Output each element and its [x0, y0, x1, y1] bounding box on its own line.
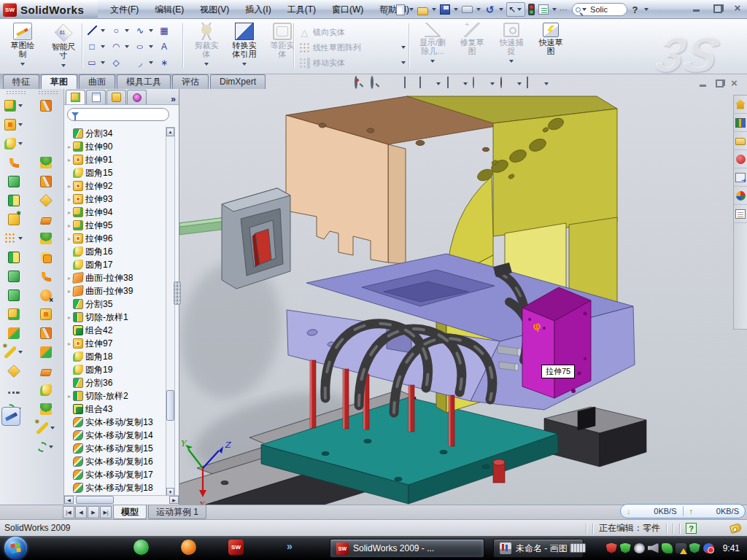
tab-sketch[interactable]: 草图: [41, 74, 77, 89]
doc-close-button[interactable]: ×: [731, 79, 740, 87]
help-dropdown-icon[interactable]: [644, 8, 649, 11]
feature-tool-cshape[interactable]: [34, 134, 58, 153]
sketch-fillet-dropdown-icon[interactable]: [149, 61, 153, 64]
arc-icon[interactable]: ◠: [109, 39, 123, 53]
feature-tool-dome[interactable]: [34, 229, 58, 248]
scrollbar-thumb[interactable]: [166, 390, 174, 421]
spline-icon[interactable]: ∿: [133, 23, 147, 37]
toolbar-overflow-icon[interactable]: ⋯: [560, 4, 568, 16]
tree-item[interactable]: ▸拉伸93: [66, 192, 165, 206]
expand-arrow-icon[interactable]: ▸: [66, 275, 73, 281]
slot-icon[interactable]: ▭: [85, 55, 99, 69]
new-dropdown-icon[interactable]: [409, 8, 414, 11]
model-tab-motion-study[interactable]: 运动算例 1: [148, 505, 206, 519]
feature-tool-wand[interactable]: [34, 419, 58, 438]
tree-item[interactable]: ▸切除-放样1: [66, 311, 165, 324]
tree-item[interactable]: 实体-移动/复制14: [66, 429, 165, 442]
display-style-dropdown-icon[interactable]: [463, 82, 468, 85]
expand-arrow-icon[interactable]: ▸: [66, 196, 73, 203]
tray-sync-phone-icon[interactable]: [662, 543, 673, 553]
display-delete-relations-dropdown-icon[interactable]: [430, 60, 435, 63]
tree-horizontal-scrollbar[interactable]: ◀ ▶: [64, 495, 179, 505]
search-dropdown-icon[interactable]: [582, 8, 587, 11]
rotate-view-button[interactable]: [387, 77, 399, 90]
ellipse-icon[interactable]: ○: [133, 39, 147, 53]
tree-item[interactable]: 圆角18: [66, 350, 165, 363]
trim-entities-dropdown-icon[interactable]: [204, 63, 209, 66]
scrollbar-thumb[interactable]: [76, 496, 114, 504]
options-icon[interactable]: [538, 4, 549, 15]
feature-tool-gold-orange[interactable]: [1, 115, 26, 134]
view-palette-button[interactable]: [734, 168, 747, 187]
first-tab-icon[interactable]: |◀: [63, 506, 74, 518]
scroll-left-icon[interactable]: ◀: [64, 496, 74, 504]
tray-security-red-shield-icon[interactable]: [606, 543, 617, 553]
tree-item[interactable]: ▸拉伸96: [66, 232, 165, 245]
toolbar-grip[interactable]: [6, 90, 26, 95]
next-tab-icon[interactable]: ▶: [88, 506, 99, 518]
model-tab-model[interactable]: 模型: [113, 505, 147, 519]
tree-item[interactable]: ▸拉伸97: [66, 337, 165, 350]
feature-tool-gold-green[interactable]: [1, 305, 26, 324]
point-icon[interactable]: ∗: [157, 55, 171, 69]
feature-tool-dome[interactable]: [34, 400, 58, 419]
custom-properties-button[interactable]: [734, 205, 747, 223]
zoom-fit-button[interactable]: [355, 77, 367, 90]
feature-tool-stack[interactable]: [34, 248, 58, 267]
menu-edit[interactable]: 编辑(E): [147, 1, 192, 18]
tree-item[interactable]: 圆角17: [66, 258, 165, 271]
hide-show-items-dropdown-icon[interactable]: [490, 82, 495, 85]
feature-tool-swap[interactable]: [34, 343, 58, 362]
open-icon[interactable]: [417, 7, 428, 15]
tree-item[interactable]: 分割35: [66, 298, 165, 311]
options-dropdown-icon[interactable]: [552, 8, 557, 11]
menu-file[interactable]: 文件(F): [102, 1, 147, 18]
scroll-up-icon[interactable]: ▲: [166, 128, 174, 136]
expand-arrow-icon[interactable]: ▸: [66, 288, 73, 295]
menu-window[interactable]: 窗口(W): [324, 1, 371, 18]
rectangle-dropdown-icon[interactable]: [101, 45, 105, 48]
doc-restore-button[interactable]: [715, 79, 724, 87]
arc-dropdown-icon[interactable]: [125, 45, 129, 48]
feature-tool-green-pair[interactable]: [1, 248, 26, 267]
tree-item[interactable]: ▸拉伸94: [66, 206, 165, 219]
tab-features[interactable]: 特征: [3, 74, 39, 89]
move-entities-dropdown-icon[interactable]: [401, 61, 406, 64]
feature-tool-gold-star[interactable]: [1, 210, 26, 229]
gold-orange-dropdown-icon[interactable]: [18, 123, 23, 126]
tree-item[interactable]: ▸拉伸92: [66, 179, 165, 192]
taskbar-button-solidworks[interactable]: SWSolidWorks 2009 - ...: [330, 539, 484, 558]
design-library-button[interactable]: [734, 114, 747, 132]
mirror-entities-button[interactable]: △镜向实体: [299, 25, 407, 39]
feature-tool-bowtie[interactable]: [34, 172, 58, 191]
search-input[interactable]: Solic: [572, 3, 627, 16]
view-orientation-button[interactable]: [419, 77, 431, 90]
tree-item[interactable]: 圆角16: [66, 245, 165, 258]
tray-network-warning-icon[interactable]: [676, 543, 686, 553]
feature-tool-elbow[interactable]: [1, 153, 26, 172]
solidworks-resources-button[interactable]: [734, 150, 747, 168]
tree-item[interactable]: ▸曲面-拉伸38: [66, 271, 165, 284]
quick-launch-chevron-icon[interactable]: »: [287, 540, 293, 552]
expand-arrow-icon[interactable]: ▸: [66, 393, 73, 400]
tree-item[interactable]: ▸切除-放样2: [66, 389, 165, 402]
dots-dropdown-icon[interactable]: [18, 237, 23, 240]
tree-tab-propertymanager[interactable]: [86, 90, 106, 104]
save-icon[interactable]: [440, 4, 450, 15]
tray-security-green-shield-icon[interactable]: [620, 543, 631, 553]
text-icon[interactable]: A: [157, 39, 171, 53]
view-orientation-dropdown-icon[interactable]: [436, 82, 441, 85]
tree-item[interactable]: 实体-移动/复制13: [66, 416, 165, 429]
menu-view[interactable]: 视图(V): [192, 1, 237, 18]
display-style-button[interactable]: [446, 77, 458, 90]
feature-tool-gold-diamond[interactable]: [1, 362, 26, 381]
toolbar-grip[interactable]: [38, 90, 58, 95]
tab-dimxpert[interactable]: DimXpert: [210, 74, 266, 89]
tree-item[interactable]: 实体-移动/复制16: [66, 455, 165, 468]
tree-item[interactable]: 组合43: [66, 402, 165, 416]
appearances-button[interactable]: [734, 187, 747, 205]
undo-icon[interactable]: ↺: [484, 4, 496, 16]
tree-filter-input[interactable]: [67, 108, 169, 121]
feature-tool-dots[interactable]: [1, 229, 26, 248]
tray-messenger-status-icon[interactable]: [703, 543, 714, 553]
